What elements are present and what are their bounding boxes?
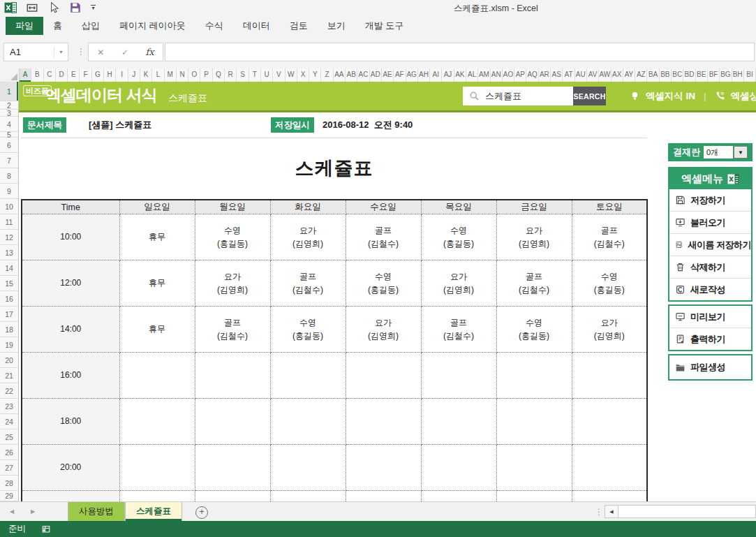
column-header[interactable]: AI (430, 68, 442, 82)
column-header[interactable]: AG (406, 68, 418, 82)
time-cell[interactable] (22, 491, 119, 502)
column-header[interactable]: U (261, 68, 273, 82)
ribbon-tab[interactable]: 개발 도구 (355, 17, 414, 35)
ribbon-tab[interactable]: 보기 (318, 17, 355, 35)
row-header[interactable]: 7 (0, 153, 18, 168)
column-header[interactable]: BE (696, 68, 708, 82)
column-header[interactable]: Q (213, 68, 225, 82)
schedule-cell[interactable] (496, 353, 572, 399)
schedule-cell[interactable] (270, 399, 346, 445)
column-header[interactable]: AO (503, 68, 514, 82)
row-header[interactable]: 23 (0, 399, 18, 414)
row-header[interactable]: 17 (0, 307, 18, 322)
schedule-cell[interactable] (346, 445, 421, 491)
ribbon-tab[interactable]: 수식 (195, 17, 233, 35)
schedule-cell[interactable] (195, 399, 270, 445)
name-box-dropdown-icon[interactable]: ▼ (54, 46, 68, 58)
schedule-column-header[interactable]: 월요일 (195, 200, 270, 214)
time-cell[interactable]: 16:00 (22, 353, 119, 399)
column-header[interactable]: K (140, 68, 152, 82)
ribbon-tab[interactable]: 삽입 (72, 17, 110, 35)
column-header[interactable]: AW (599, 68, 611, 82)
column-header[interactable]: M (165, 68, 177, 82)
column-header[interactable]: AU (575, 68, 587, 82)
column-header[interactable]: L (152, 68, 164, 82)
column-header[interactable]: Z (321, 68, 333, 82)
column-header[interactable]: BH (732, 68, 744, 82)
schedule-cell[interactable] (195, 445, 270, 491)
column-header[interactable]: AD (370, 68, 382, 82)
row-header[interactable]: 12 (0, 230, 18, 245)
row-header[interactable]: 16 (0, 291, 18, 307)
schedule-cell[interactable]: 수영 (홍길동) (195, 214, 270, 260)
schedule-cell[interactable]: 골프 (김철수) (496, 260, 572, 307)
schedule-cell[interactable]: 골프 (김철수) (346, 214, 421, 260)
column-header[interactable]: AZ (635, 68, 647, 82)
prev-sheet-icon[interactable]: ◀ (10, 508, 14, 515)
time-cell[interactable]: 14:00 (22, 307, 119, 353)
enter-icon[interactable]: ✓ (121, 47, 128, 57)
schedule-cell[interactable] (421, 445, 496, 491)
schedule-cell[interactable]: 수영 (홍길동) (346, 260, 421, 307)
column-header[interactable]: N (177, 68, 188, 82)
column-header[interactable]: BA (647, 68, 659, 82)
schedule-cell[interactable]: 요가 (김영희) (346, 307, 421, 353)
row-header[interactable]: 6 (0, 138, 18, 153)
column-header[interactable]: T (249, 68, 261, 82)
excel-support-link[interactable]: 엑셀상 (731, 90, 756, 103)
schedule-cell[interactable]: 골프 (김철수) (421, 307, 496, 353)
column-header[interactable]: BD (683, 68, 695, 82)
schedule-cell[interactable]: 골프 (김철수) (270, 260, 346, 307)
schedule-cell[interactable] (496, 445, 572, 491)
menu-item[interactable]: 새이름 저장하기 (669, 233, 751, 256)
column-header[interactable]: AH (418, 68, 430, 82)
search-box[interactable] (463, 87, 573, 105)
schedule-cell[interactable]: 요가 (김영희) (496, 214, 572, 260)
column-header[interactable]: E (68, 68, 80, 82)
name-box[interactable]: A1 ▼ (3, 43, 68, 61)
column-header[interactable]: AR (539, 68, 551, 82)
column-header[interactable]: W (286, 68, 297, 82)
scroll-left-icon[interactable]: ◀ (605, 505, 618, 518)
schedule-cell[interactable] (270, 445, 346, 491)
column-header[interactable]: S (237, 68, 249, 82)
row-header[interactable]: 14 (0, 260, 18, 276)
row-header[interactable]: 28 (0, 476, 18, 491)
schedule-cell[interactable]: 수영 (홍길동) (496, 307, 572, 353)
new-sheet-button[interactable]: + (195, 506, 208, 519)
column-header[interactable]: A (20, 68, 31, 82)
column-header[interactable]: AF (394, 68, 406, 82)
schedule-cell[interactable] (421, 491, 496, 502)
formula-input[interactable] (165, 43, 755, 61)
column-header[interactable]: P (200, 68, 212, 82)
column-header[interactable]: G (92, 68, 104, 82)
row-header[interactable]: 18 (0, 322, 18, 337)
schedule-cell[interactable]: 수영 (홍길동) (572, 260, 647, 307)
qat-customize-icon[interactable]: ▾ (91, 5, 96, 10)
ribbon-tab[interactable]: 데이터 (233, 17, 280, 35)
column-header[interactable]: AS (551, 68, 563, 82)
column-header[interactable]: J (128, 68, 140, 82)
column-header[interactable]: AK (454, 68, 466, 82)
schedule-cell[interactable]: 휴무 (119, 307, 195, 353)
menu-item[interactable]: 출력하기 (669, 328, 751, 350)
ribbon-tab[interactable]: 홈 (43, 17, 72, 35)
cancel-icon[interactable]: ✕ (97, 47, 104, 57)
select-all-corner[interactable] (0, 68, 20, 82)
schedule-cell[interactable]: 요가 (김영희) (572, 307, 647, 353)
ribbon-tab[interactable]: 검토 (280, 17, 318, 35)
time-cell[interactable]: 18:00 (22, 399, 119, 445)
column-header[interactable]: C (44, 68, 56, 82)
column-header[interactable]: BI (744, 68, 756, 82)
menu-item[interactable]: 저장하기 (669, 189, 751, 211)
schedule-cell[interactable] (195, 491, 270, 502)
schedule-cell[interactable] (119, 491, 195, 502)
schedule-cell[interactable]: 골프 (김철수) (572, 214, 647, 260)
column-header[interactable]: B (31, 68, 43, 82)
column-header[interactable]: AA (334, 68, 346, 82)
row-header[interactable]: 20 (0, 353, 18, 368)
search-input[interactable] (484, 90, 570, 102)
schedule-cell[interactable]: 수영 (홍길동) (270, 307, 346, 353)
schedule-cell[interactable] (270, 353, 346, 399)
column-header[interactable]: X (297, 68, 309, 82)
